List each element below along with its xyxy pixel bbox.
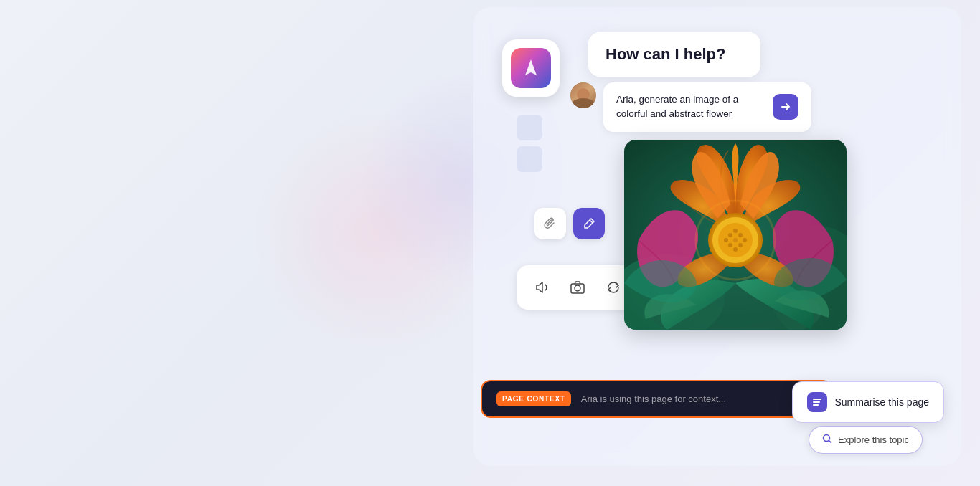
search-icon xyxy=(822,434,832,446)
explore-label: Explore this topic xyxy=(838,434,909,445)
svg-point-15 xyxy=(733,247,738,252)
explore-button[interactable]: Explore this topic xyxy=(809,426,923,454)
page-context-bar: PAGE CONTEXT Aria is using this page for… xyxy=(481,380,832,418)
user-avatar xyxy=(570,82,596,108)
svg-point-12 xyxy=(733,229,738,233)
summarise-button[interactable]: Summarise this page xyxy=(792,381,944,423)
attachment-button[interactable] xyxy=(534,208,566,239)
svg-point-18 xyxy=(733,238,738,242)
ui-container: How can I help? Aria, generate an image … xyxy=(430,0,980,486)
page-context-message: Aria is using this page for context... xyxy=(581,394,726,404)
svg-rect-22 xyxy=(813,404,819,406)
svg-point-10 xyxy=(728,233,732,237)
pen-button[interactable] xyxy=(573,208,605,239)
message-text: Aria, generate an image of a colorful an… xyxy=(616,92,764,122)
page-context-badge: PAGE CONTEXT xyxy=(496,391,571,406)
speaker-button[interactable] xyxy=(527,272,557,302)
summarise-label: Summarise this page xyxy=(834,396,929,408)
avatar-image xyxy=(570,82,596,108)
app-icon xyxy=(502,39,560,97)
small-toolbar xyxy=(534,208,605,239)
svg-point-16 xyxy=(724,238,728,242)
greeting-text: How can I help? xyxy=(606,45,743,64)
camera-button[interactable] xyxy=(562,272,593,302)
svg-point-13 xyxy=(728,243,732,247)
svg-rect-20 xyxy=(813,399,821,400)
user-message-row: Aria, generate an image of a colorful an… xyxy=(570,82,811,132)
send-button[interactable] xyxy=(773,94,798,120)
svg-point-14 xyxy=(738,243,743,247)
svg-rect-21 xyxy=(813,401,820,403)
svg-point-17 xyxy=(743,238,747,242)
greeting-bubble: How can I help? xyxy=(588,32,760,77)
aria-logo xyxy=(511,48,551,88)
summarise-icon xyxy=(807,392,827,412)
decorative-squares xyxy=(517,115,542,172)
svg-point-11 xyxy=(738,233,743,237)
svg-point-1 xyxy=(575,285,580,291)
deco-sq-2 xyxy=(517,146,542,172)
generated-flower-image xyxy=(624,140,847,330)
message-bubble: Aria, generate an image of a colorful an… xyxy=(603,82,811,132)
deco-sq-1 xyxy=(517,115,542,140)
